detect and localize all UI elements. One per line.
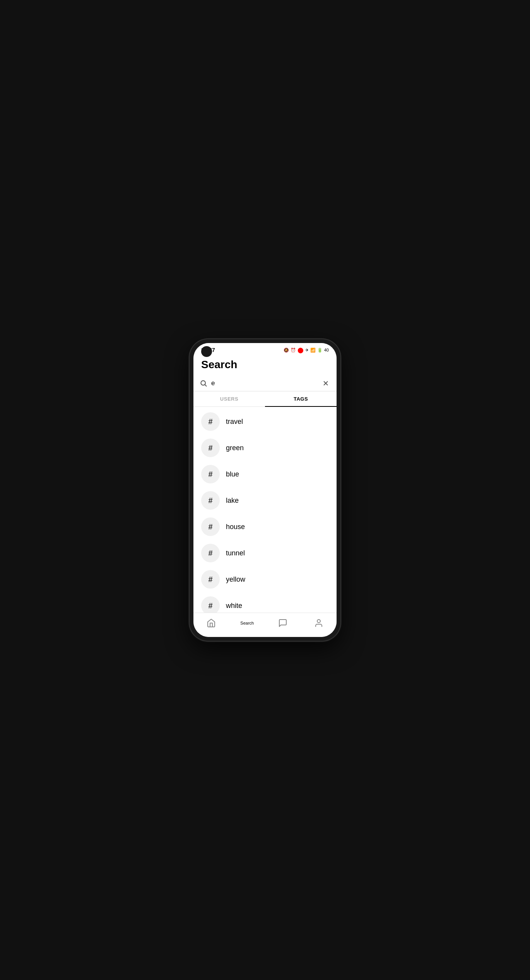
tag-name-label: lake xyxy=(226,497,239,505)
phone-shell: 23:47 🔕 ⏰ ⬤ ✈ 📶 🔋 40 Search xyxy=(190,339,340,641)
tag-hash-icon: # xyxy=(201,465,220,483)
nav-search-label: Search xyxy=(240,621,254,625)
app-content: Search xyxy=(193,355,337,637)
alarm-icon: ⏰ xyxy=(291,348,296,353)
list-item[interactable]: #house xyxy=(193,514,337,540)
bottom-nav: Search xyxy=(193,613,337,637)
mute-icon: 🔕 xyxy=(284,348,289,353)
tag-hash-icon: # xyxy=(201,517,220,536)
status-icons: 🔕 ⏰ ⬤ ✈ 📶 🔋 40 xyxy=(284,347,329,353)
tag-hash-icon: # xyxy=(201,439,220,457)
tab-tags[interactable]: TAGS xyxy=(265,391,337,406)
tag-hash-icon: # xyxy=(201,544,220,562)
nav-home[interactable] xyxy=(193,617,229,629)
tag-name-label: travel xyxy=(226,418,243,426)
list-item[interactable]: #travel xyxy=(193,408,337,435)
phone-screen: 23:47 🔕 ⏰ ⬤ ✈ 📶 🔋 40 Search xyxy=(193,343,337,637)
tag-hash-icon: # xyxy=(201,412,220,431)
svg-point-4 xyxy=(317,620,320,623)
battery-level: 40 xyxy=(324,348,329,352)
list-item[interactable]: #white xyxy=(193,592,337,613)
list-item[interactable]: #blue xyxy=(193,461,337,487)
tag-hash-icon: # xyxy=(201,491,220,510)
search-bar xyxy=(193,376,337,391)
list-item[interactable]: #green xyxy=(193,435,337,461)
tabs-container: USERS TAGS xyxy=(193,391,337,407)
tag-hash-icon: # xyxy=(201,570,220,589)
tag-name-label: house xyxy=(226,523,245,531)
list-item[interactable]: #tunnel xyxy=(193,540,337,566)
chat-icon xyxy=(278,618,287,628)
tags-list: #travel#green#blue#lake#house#tunnel#yel… xyxy=(193,407,337,613)
tab-users[interactable]: USERS xyxy=(193,391,265,406)
plane-icon: ✈ xyxy=(305,348,309,353)
tag-hash-icon: # xyxy=(201,596,220,613)
svg-line-1 xyxy=(205,385,207,386)
nav-profile[interactable] xyxy=(301,617,337,629)
list-item[interactable]: #yellow xyxy=(193,566,337,592)
tag-name-label: tunnel xyxy=(226,549,245,557)
battery-icon: 🔋 xyxy=(317,348,323,353)
wifi-icon: 📶 xyxy=(310,348,316,353)
camera-notch xyxy=(201,346,212,357)
record-icon: ⬤ xyxy=(297,347,304,353)
tag-name-label: white xyxy=(226,602,242,610)
nav-messages[interactable] xyxy=(265,617,301,629)
search-input[interactable] xyxy=(211,379,317,387)
tag-name-label: blue xyxy=(226,470,239,478)
nav-search[interactable]: Search xyxy=(229,617,265,629)
person-icon xyxy=(314,618,323,628)
status-bar: 23:47 🔕 ⏰ ⬤ ✈ 📶 🔋 40 xyxy=(193,343,337,355)
tag-name-label: yellow xyxy=(226,575,245,584)
search-clear-button[interactable] xyxy=(321,379,330,388)
tag-name-label: green xyxy=(226,444,244,452)
search-icon xyxy=(200,379,207,387)
page-title: Search xyxy=(201,359,329,371)
home-icon xyxy=(207,618,216,628)
page-header: Search xyxy=(193,355,337,376)
list-item[interactable]: #lake xyxy=(193,487,337,514)
